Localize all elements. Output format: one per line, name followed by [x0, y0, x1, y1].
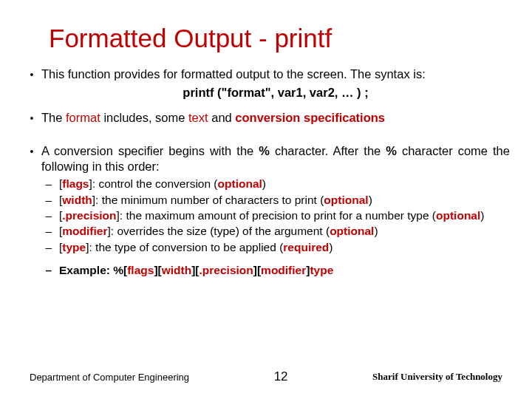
- txt: : the minimum number of characters to pr…: [95, 194, 324, 206]
- printf-syntax: printf ("format", var1, var2, … ) ;: [41, 85, 510, 100]
- opt: optional: [330, 225, 374, 237]
- txt: : overrides the size (type) of the argum…: [111, 225, 330, 237]
- footer-page: 12: [274, 369, 288, 384]
- bullet-dot: •: [22, 143, 41, 174]
- opt: required: [283, 241, 329, 253]
- dash: –: [22, 177, 59, 191]
- intro-text: This function provides for formatted out…: [41, 67, 426, 81]
- kw-format: format: [66, 111, 100, 124]
- footer-univ: Sharif University of Technology: [372, 371, 502, 383]
- txt: ): [374, 225, 378, 237]
- dash: –: [22, 208, 59, 222]
- kw-percent: %: [259, 144, 270, 157]
- kw: modifier: [261, 264, 306, 276]
- kw: type: [310, 264, 333, 276]
- kw: modifier: [62, 225, 107, 237]
- dash: –: [22, 224, 59, 238]
- kw: width: [62, 194, 92, 206]
- txt: character. After the: [270, 144, 386, 157]
- bullet-dot: •: [22, 110, 41, 126]
- kw-percent: %: [386, 144, 397, 157]
- txt: : the type of conversion to be applied (: [89, 241, 284, 253]
- kw: flags: [127, 264, 154, 276]
- opt: optional: [218, 177, 262, 190]
- footer: Department of Computer Engineering 12 Sh…: [30, 369, 502, 384]
- kw: type: [62, 241, 86, 253]
- dash: –: [22, 193, 59, 207]
- txt: : the maximum amount of precision to pri…: [120, 209, 436, 222]
- txt: The: [41, 111, 66, 124]
- dash: –: [22, 240, 59, 254]
- ex-label: Example: %: [59, 264, 123, 276]
- txt: A conversion specifier begins with the: [41, 144, 259, 157]
- sub-type: – [type]: the type of conversion to be a…: [22, 240, 510, 254]
- txt: ): [480, 209, 484, 222]
- sub-width: – [width]: the minimum number of charact…: [22, 193, 510, 207]
- page-title: Formatted Output - printf: [49, 24, 510, 53]
- bullet-specifier: • A conversion specifier begins with the…: [22, 143, 510, 174]
- kw: .precision: [62, 209, 116, 222]
- txt: ): [369, 194, 372, 206]
- footer-dept: Department of Computer Engineering: [30, 372, 189, 383]
- kw-convspec: conversion specifications: [235, 111, 385, 124]
- sub-example: – Example: %[flags][width][.precision][m…: [22, 263, 510, 277]
- kw: .precision: [200, 264, 253, 276]
- txt: ): [262, 177, 266, 190]
- sub-precision: – [.precision]: the maximum amount of pr…: [22, 208, 510, 222]
- dash: –: [22, 263, 59, 277]
- sub-flags: – [flags]: control the conversion (optio…: [22, 177, 510, 191]
- txt: ): [329, 241, 332, 253]
- txt: includes, some: [100, 111, 188, 124]
- sub-modifier: – [modifier]: overrides the size (type) …: [22, 224, 510, 238]
- opt: optional: [436, 209, 480, 222]
- bullet-format: • The format includes, some text and con…: [22, 110, 510, 126]
- bullet-intro: • This function provides for formatted o…: [22, 66, 510, 100]
- txt: and: [208, 111, 236, 124]
- bullet-dot: •: [22, 66, 41, 100]
- slide-content: • This function provides for formatted o…: [22, 66, 510, 277]
- txt: : control the conversion (: [92, 177, 218, 190]
- opt: optional: [324, 194, 368, 206]
- kw: flags: [62, 177, 89, 190]
- kw-text: text: [188, 111, 208, 124]
- kw: width: [162, 264, 191, 276]
